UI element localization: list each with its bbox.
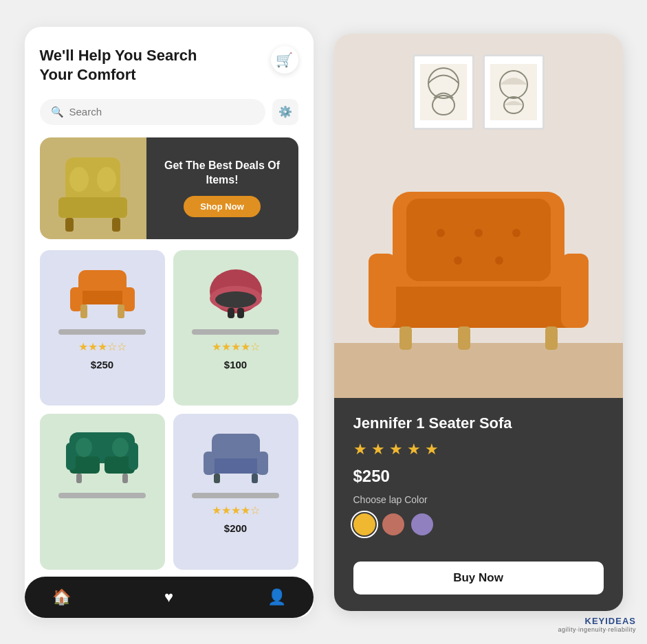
- product-image-3: [48, 422, 157, 487]
- svg-rect-22: [76, 474, 82, 483]
- svg-rect-10: [80, 304, 87, 318]
- green-sofa-icon: [66, 425, 138, 484]
- bottom-nav: 🏠 ♥ 👤: [25, 577, 314, 618]
- product-stars-1: ★★★☆☆: [78, 340, 127, 353]
- product-price-4: $200: [224, 522, 247, 534]
- brand-tagline: agility·ingenuity·reliability: [558, 626, 636, 633]
- svg-rect-2: [65, 218, 74, 232]
- svg-rect-46: [375, 287, 582, 328]
- svg-rect-33: [420, 64, 467, 120]
- keyideas-brand: KEYIDEAS agility·ingenuity·reliability: [558, 616, 636, 633]
- detail-price: $250: [353, 467, 604, 486]
- search-icon: 🔍: [51, 106, 64, 118]
- svg-rect-50: [458, 326, 470, 350]
- promo-chair-image: [48, 144, 138, 233]
- pink-chair-icon: [201, 258, 270, 324]
- left-panel: We'll Help You Search Your Comfort 🛒 🔍 ⚙…: [25, 27, 314, 618]
- product-card-3[interactable]: [40, 414, 165, 569]
- svg-rect-29: [204, 452, 215, 475]
- svg-point-25: [112, 438, 129, 457]
- swatch-yellow[interactable]: [353, 513, 375, 535]
- cart-button[interactable]: 🛒: [271, 46, 298, 74]
- search-input[interactable]: [69, 106, 254, 118]
- svg-point-45: [495, 256, 503, 265]
- nav-favorites-button[interactable]: ♥: [164, 588, 173, 606]
- svg-rect-48: [561, 254, 589, 328]
- orange-chair-icon: [68, 260, 137, 322]
- wall-art: [413, 54, 545, 130]
- product-image-1: [48, 258, 157, 324]
- filter-button[interactable]: ⚙️: [272, 99, 298, 125]
- svg-point-42: [474, 229, 483, 237]
- product-price-2: $100: [224, 359, 247, 370]
- svg-rect-49: [399, 326, 412, 350]
- product-large-image: [334, 34, 623, 398]
- product-name-bar-3: [58, 493, 145, 498]
- product-card-4[interactable]: ★★★★☆ $200: [173, 414, 298, 569]
- promo-banner: Get The Best Deals Of Items! Shop Now: [40, 137, 298, 239]
- product-stars-2: ★★★★☆: [212, 340, 260, 353]
- product-name-bar-4: [192, 493, 278, 498]
- swatch-rose[interactable]: [382, 513, 404, 535]
- svg-rect-21: [129, 443, 138, 470]
- svg-rect-40: [406, 199, 551, 281]
- art-frame-2: [483, 54, 545, 130]
- art-frame-1: [413, 54, 474, 130]
- header-row: We'll Help You Search Your Comfort 🛒: [40, 46, 298, 85]
- product-price-1: $250: [91, 359, 113, 370]
- svg-rect-32: [252, 474, 258, 483]
- svg-rect-36: [490, 64, 537, 120]
- svg-rect-11: [118, 304, 124, 318]
- floor: [334, 343, 623, 398]
- svg-rect-31: [214, 474, 220, 483]
- product-card-1[interactable]: ★★★☆☆ $250: [40, 250, 165, 406]
- app-title: We'll Help You Search Your Comfort: [40, 46, 219, 85]
- filter-icon: ⚙️: [278, 105, 292, 118]
- buy-now-button[interactable]: Buy Now: [353, 562, 604, 595]
- svg-point-24: [76, 438, 92, 457]
- svg-rect-1: [58, 197, 127, 218]
- svg-point-4: [69, 167, 89, 192]
- product-stars-4: ★★★★☆: [212, 504, 260, 517]
- product-image-2: [182, 258, 290, 324]
- right-panel: Jennifer 1 Seater Sofa ★ ★ ★ ★ ★ $250 Ch…: [334, 34, 623, 611]
- search-input-wrap: 🔍: [40, 99, 265, 125]
- svg-rect-3: [112, 218, 120, 232]
- color-label: Choose lap Color: [353, 494, 604, 505]
- product-card-2[interactable]: ★★★★☆ $100: [173, 250, 298, 406]
- cart-icon: 🛒: [276, 52, 293, 68]
- svg-rect-47: [369, 254, 396, 328]
- color-swatches: [353, 513, 604, 535]
- nav-home-button[interactable]: 🏠: [52, 588, 71, 606]
- search-row: 🔍 ⚙️: [40, 99, 298, 125]
- promo-text-side: Get The Best Deals Of Items! Shop Now: [146, 137, 298, 239]
- svg-rect-15: [228, 308, 234, 318]
- svg-rect-20: [66, 443, 76, 470]
- svg-point-5: [97, 167, 116, 192]
- brand-name: KEYIDEAS: [558, 616, 636, 626]
- product-detail-name: Jennifer 1 Seater Sofa: [353, 414, 604, 432]
- svg-point-44: [454, 256, 462, 265]
- product-grid: ★★★☆☆ $250 ★★★★☆ $100: [40, 250, 298, 570]
- svg-point-14: [215, 291, 256, 308]
- product-image-4: [182, 422, 290, 487]
- shop-now-button[interactable]: Shop Now: [184, 196, 261, 217]
- product-name-bar-1: [58, 329, 145, 335]
- swatch-lavender[interactable]: [411, 513, 433, 535]
- main-chair-svg: [369, 185, 589, 350]
- svg-rect-23: [122, 474, 128, 483]
- nav-profile-button[interactable]: 👤: [267, 588, 286, 606]
- svg-point-41: [437, 229, 445, 237]
- promo-image: [40, 137, 146, 239]
- promo-heading: Get The Best Deals Of Items!: [157, 159, 287, 188]
- gray-chair-icon: [201, 425, 270, 484]
- product-name-bar-2: [192, 329, 278, 335]
- detail-stars: ★ ★ ★ ★ ★: [353, 441, 604, 458]
- product-detail-card: Jennifer 1 Seater Sofa ★ ★ ★ ★ ★ $250 Ch…: [334, 398, 623, 611]
- svg-rect-51: [545, 326, 558, 350]
- svg-rect-30: [257, 452, 268, 475]
- svg-rect-16: [237, 308, 244, 318]
- svg-point-43: [512, 229, 520, 237]
